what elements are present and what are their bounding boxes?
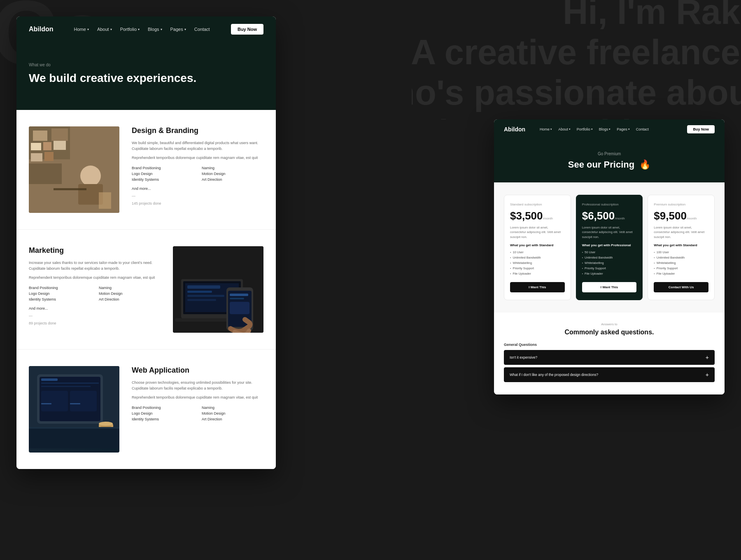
feature-item: 100 User <box>654 250 708 255</box>
marketing-and-more: And more... <box>29 306 161 310</box>
premium-features-list: 100 User Unlimited Bandwidth Whitelabell… <box>654 250 708 276</box>
svg-point-5 <box>80 166 101 186</box>
pricing-label: Go Premium <box>510 152 708 156</box>
marketing-features: Brand Positioning Naming Logo Design Mot… <box>29 286 161 301</box>
premium-cta-button[interactable]: Contact With Us <box>654 282 708 292</box>
faq-title: Commonly asked questions. <box>504 329 715 336</box>
faq-category-label: General Questions <box>504 343 715 347</box>
feature-item: Whitelabelling <box>510 260 565 266</box>
left-hero-content: What we do We build creative experiences… <box>16 42 276 110</box>
professional-desc: Lorem ipsum dolor sit amet, consectetur … <box>582 225 637 239</box>
right-nav-blogs[interactable]: Blogs ▾ <box>599 127 611 131</box>
faq-question-0: Isn't it expensive? <box>510 355 537 359</box>
chevron-down-icon: ▾ <box>628 128 630 131</box>
right-hero-section: Abildon Home ▾ About ▾ Portfolio ▾ Blogs… <box>494 119 725 182</box>
professional-tier-label: Professional subscription <box>582 203 637 206</box>
chevron-down-icon: ▾ <box>550 128 552 131</box>
professional-features-list: 50 User Unlimited Bandwidth Whitelabelli… <box>582 250 637 276</box>
right-watermark: Hi, I'm Raku A creative freelancer, who'… <box>412 0 741 119</box>
watermark-text-right: Hi, I'm Raku A creative freelancer, who'… <box>412 0 741 119</box>
faq-item-1[interactable]: What if I don't like any of the proposed… <box>504 367 715 382</box>
svg-rect-41 <box>29 428 119 448</box>
plus-icon: + <box>706 354 709 361</box>
webapp-features: Brand Positioning Naming Logo Design Mot… <box>132 406 263 421</box>
right-nav-home[interactable]: Home ▾ <box>540 127 552 131</box>
left-nav-pages[interactable]: Pages ▾ <box>170 27 186 32</box>
chevron-down-icon: ▾ <box>569 128 571 131</box>
right-nav-portfolio[interactable]: Portfolio ▾ <box>577 127 593 131</box>
right-logo: Abildon <box>504 126 525 133</box>
left-nav-links: Home ▾ About ▾ Portfolio ▾ Blogs ▾ Pages <box>74 27 219 32</box>
marketing-projects-count: 89 projects done <box>29 321 161 325</box>
marketing-desc1: Increase your sales thanks to our servic… <box>29 260 161 272</box>
design-and-more: And more... <box>132 187 263 191</box>
svg-rect-26 <box>230 298 244 299</box>
professional-what-label: What you get with Professional <box>582 243 637 247</box>
chevron-down-icon: ▾ <box>591 128 593 131</box>
faq-section: Answers to Commonly asked questions. Gen… <box>494 313 725 394</box>
standard-tier-label: Standard subscription <box>510 203 565 206</box>
marketing-desc2: Reprehenderit temporibus doloremque cupi… <box>29 275 161 280</box>
right-nav-about[interactable]: About ▾ <box>558 127 571 131</box>
svg-rect-18 <box>187 285 220 289</box>
standard-desc: Lorem ipsum dolor sit amet, consectetur … <box>510 225 565 239</box>
svg-rect-2 <box>33 131 47 141</box>
webapp-desc2: Reprehenderit temporibus doloremque cupi… <box>132 394 263 400</box>
webapp-info: Web Application Choose proven technologi… <box>132 366 263 453</box>
feature-item: Whitelabelling <box>654 260 708 266</box>
left-logo: Abildon <box>29 26 54 33</box>
service-web-application: Web Application Choose proven technologi… <box>16 350 276 469</box>
pricing-cards-container: Standard subscription $3,500/month Lorem… <box>504 195 715 300</box>
left-content: Design & Branding We build simple, beaut… <box>16 110 276 469</box>
svg-rect-21 <box>187 299 216 301</box>
right-buy-button[interactable]: Buy Now <box>687 125 715 133</box>
svg-rect-37 <box>70 403 80 404</box>
svg-rect-25 <box>230 294 248 296</box>
feature-item: File Uploader <box>582 271 637 276</box>
left-nav-blogs[interactable]: Blogs ▾ <box>148 27 162 32</box>
faq-item-0[interactable]: Isn't it expensive? + <box>504 350 715 365</box>
feature-item: 50 User <box>582 250 637 255</box>
svg-rect-35 <box>70 391 97 411</box>
chevron-down-icon: ▾ <box>609 128 611 131</box>
faq-question-1: What if I don't like any of the proposed… <box>510 373 598 377</box>
left-navbar: Abildon Home ▾ About ▾ Portfolio ▾ Blogs… <box>16 16 276 42</box>
left-buy-button[interactable]: Buy Now <box>231 24 263 35</box>
chevron-down-icon: ▾ <box>87 28 89 31</box>
plus-icon: + <box>706 371 709 378</box>
feature-item: Unlimited Bandwidth <box>510 255 565 260</box>
pricing-hero-content: Go Premium See our Pricing 🔥 <box>494 139 725 182</box>
chevron-down-icon: ▾ <box>138 28 140 31</box>
chevron-down-icon: ▾ <box>161 28 162 31</box>
svg-rect-10 <box>43 142 51 150</box>
webapp-desc1: Choose proven technologies, ensuring unl… <box>132 380 263 392</box>
webapp-title: Web Application <box>132 366 263 375</box>
fire-icon: 🔥 <box>639 159 650 170</box>
feature-item: Priority Support <box>510 266 565 271</box>
standard-cta-button[interactable]: I Want This <box>510 282 565 292</box>
professional-cta-button[interactable]: I Want This <box>582 282 637 292</box>
service-webapp-image <box>29 366 119 453</box>
pricing-card-standard: Standard subscription $3,500/month Lorem… <box>504 195 571 300</box>
right-nav-contact[interactable]: Contact <box>636 127 649 131</box>
svg-rect-36 <box>41 403 51 404</box>
left-nav-home[interactable]: Home ▾ <box>74 27 89 32</box>
left-nav-about[interactable]: About ▾ <box>97 27 112 32</box>
svg-point-39 <box>99 422 113 426</box>
pricing-title: See our Pricing 🔥 <box>510 159 708 170</box>
professional-price: $6,500/month <box>582 210 637 221</box>
right-nav-pages[interactable]: Pages ▾ <box>617 127 630 131</box>
left-hero-label: What we do <box>29 63 263 67</box>
left-nav-portfolio[interactable]: Portfolio ▾ <box>120 27 140 32</box>
svg-rect-8 <box>99 192 111 209</box>
premium-desc: Lorem ipsum dolor sit amet, consectetur … <box>654 225 708 239</box>
svg-rect-11 <box>54 141 66 150</box>
svg-rect-12 <box>31 153 42 161</box>
left-nav-contact[interactable]: Contact <box>194 27 210 32</box>
svg-rect-42 <box>29 427 119 429</box>
design-branding-features: Brand Positioning Naming Logo Design Mot… <box>132 166 263 182</box>
chevron-down-icon: ▾ <box>184 28 186 31</box>
svg-rect-32 <box>41 383 99 384</box>
feature-item: 10 User <box>510 250 565 255</box>
design-branding-desc1: We build simple, beautiful and different… <box>132 140 263 152</box>
